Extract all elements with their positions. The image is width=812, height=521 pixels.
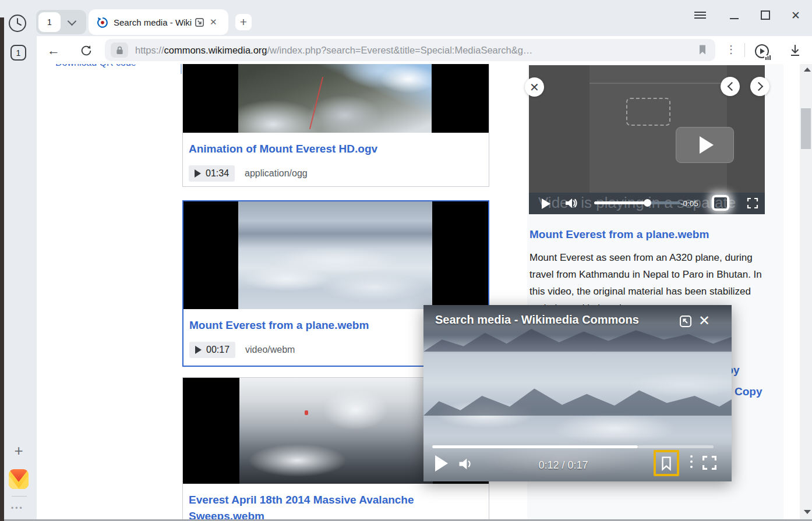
progress-remaining[interactable] [648, 201, 680, 204]
lock-icon[interactable] [111, 42, 128, 58]
new-tab-button[interactable]: + [235, 14, 252, 30]
downloads-icon[interactable] [788, 43, 803, 58]
duration-text: 01:34 [206, 168, 229, 179]
progress-thumb[interactable] [644, 199, 651, 207]
scrollbar-down-arrow[interactable] [804, 510, 811, 514]
pip-placeholder-outline [626, 98, 670, 126]
sidebar-add-icon[interactable]: + [10, 442, 27, 459]
copy-link[interactable]: Copy [735, 385, 762, 398]
mime-type: video/webm [245, 345, 295, 355]
detail-title-link[interactable]: Mount Everest from a plane.webm [529, 228, 709, 241]
time-remaining: -0:05 [680, 199, 698, 208]
tab-popout-icon[interactable] [194, 17, 205, 28]
aerial-clouds-image [238, 201, 432, 309]
scrollbar-thumb[interactable] [801, 108, 811, 149]
window-edge [0, 17, 4, 521]
media-player-icon[interactable] [754, 43, 771, 61]
sidebar-divider [12, 496, 27, 497]
pip-titlebar-gradient [423, 305, 732, 353]
volume-icon[interactable] [564, 197, 578, 210]
back-button[interactable]: ← [46, 43, 61, 58]
download-qr-link[interactable]: Download QR code [55, 64, 136, 68]
avalanche-image [239, 378, 433, 484]
tab-group-chip[interactable]: 1 [36, 10, 86, 34]
url-host: commons.wikimedia.org [164, 45, 267, 55]
mail-icon[interactable] [9, 469, 29, 489]
duration-badge: 00:17 [189, 342, 235, 358]
tab-close-icon[interactable]: ✕ [210, 17, 217, 27]
duration-text: 00:17 [206, 345, 230, 355]
url-path: /w/index.php?search=Everest&title=Specia… [267, 45, 533, 55]
video-frame-line [589, 83, 727, 84]
page-sidebar: Download QR code [55, 64, 172, 70]
climber-figure [305, 410, 308, 415]
progress-filled[interactable] [594, 201, 648, 204]
pip-window-title: Search media - Wikimedia Commons [435, 313, 639, 327]
toolbar-kebab-icon[interactable]: ⋮ [726, 43, 734, 56]
pip-volume-icon[interactable] [457, 456, 474, 472]
result-title-link[interactable]: Animation of Mount Everest HD.ogv [189, 141, 489, 157]
result-title-link[interactable]: Everest April 18th 2014 Massive Avalanch… [189, 492, 480, 521]
climbing-route-line [309, 77, 323, 129]
tab-group-count[interactable]: 1 [38, 12, 61, 32]
url-bar[interactable]: https://commons.wikimedia.org/w/index.ph… [105, 39, 715, 61]
bookmark-highlight-box[interactable] [654, 450, 679, 476]
wikimedia-commons-favicon [97, 16, 108, 28]
everest-summit-image [238, 64, 432, 133]
play-icon[interactable] [542, 199, 550, 209]
pip-fullscreen-icon[interactable] [702, 455, 717, 470]
history-clock-icon[interactable] [8, 13, 27, 33]
minimize-button[interactable] [726, 8, 742, 22]
close-preview-icon[interactable]: ✕ [525, 77, 544, 97]
video-thumbnail[interactable] [183, 201, 488, 309]
chevron-down-icon[interactable] [68, 16, 77, 26]
pip-time-display: 0:12 / 0:17 [511, 459, 616, 472]
play-icon [195, 169, 201, 178]
browser-menu-icon[interactable] [692, 8, 708, 22]
play-icon [195, 346, 202, 354]
mountain-range-near [423, 380, 732, 416]
back-to-tab-icon[interactable] [679, 314, 693, 328]
scrollbar-up-arrow[interactable] [804, 68, 811, 72]
close-button[interactable]: ✕ [788, 8, 804, 22]
url-scheme: https:// [135, 45, 164, 55]
sidebar-focus-line [181, 64, 182, 74]
pip-toggle-icon[interactable] [712, 195, 729, 211]
video-thumbnail[interactable] [183, 64, 489, 133]
result-card[interactable]: Animation of Mount Everest HD.ogv 01:34 … [182, 64, 489, 187]
picture-in-picture-window[interactable]: Search media - Wikimedia Commons ✕ 0:12 … [423, 305, 732, 481]
browser-window: 1 Search media - Wikim ✕ + ✕ ← https://c… [0, 0, 812, 521]
active-tab[interactable]: Search media - Wikim ✕ [89, 9, 228, 35]
sidebar-more-icon[interactable]: ••• [11, 504, 24, 512]
toolbar-divider [744, 43, 745, 57]
pip-close-icon[interactable]: ✕ [698, 313, 710, 329]
tab-title: Search media - Wikim [114, 17, 192, 27]
player-control-bar: Video is playing in a separate -0:05 [529, 193, 765, 214]
pip-progress-remaining[interactable] [638, 445, 714, 448]
pip-bookmark-icon [660, 456, 673, 471]
mime-type: application/ogg [245, 168, 308, 179]
next-result-icon[interactable] [750, 77, 769, 96]
bookmark-icon[interactable] [698, 44, 707, 56]
prev-result-icon[interactable] [721, 77, 740, 96]
big-play-button[interactable] [676, 127, 734, 163]
duration-badge: 01:34 [189, 165, 235, 182]
url-text: https://commons.wikimedia.org/w/index.ph… [135, 45, 677, 56]
pip-play-icon[interactable] [435, 455, 448, 472]
pip-more-icon[interactable] [687, 453, 696, 469]
sidebar-panel-count[interactable]: 1 [10, 45, 26, 61]
result-meta: 01:34 application/ogg [189, 165, 489, 182]
fullscreen-icon[interactable] [747, 197, 758, 209]
maximize-button[interactable] [757, 8, 774, 22]
pip-progress-filled[interactable] [432, 445, 638, 448]
reload-button[interactable] [79, 43, 94, 58]
